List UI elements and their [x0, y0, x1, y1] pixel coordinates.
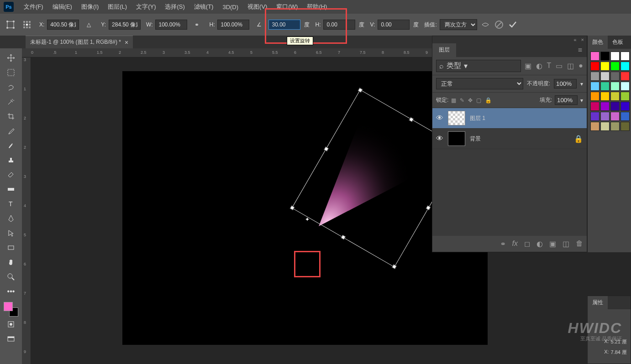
filter-type-icon[interactable]: T	[547, 62, 552, 70]
color-swatch[interactable]	[590, 112, 599, 121]
lock-position-icon[interactable]: ✥	[468, 97, 473, 104]
lock-artboard-icon[interactable]: ▢	[476, 97, 481, 104]
color-swatch[interactable]	[600, 62, 610, 71]
visibility-toggle-icon[interactable]: 👁	[436, 114, 443, 122]
layer-thumbnail[interactable]	[448, 111, 465, 125]
screen-mode-tool[interactable]	[4, 332, 18, 346]
angle-input[interactable]	[268, 20, 300, 30]
x-input[interactable]	[47, 20, 79, 30]
color-swatch[interactable]	[610, 122, 620, 131]
chevron-down-icon[interactable]: ▾	[580, 81, 583, 87]
link-icon[interactable]: ⚭	[190, 18, 204, 31]
reference-point-icon[interactable]	[20, 18, 34, 31]
pen-tool[interactable]	[4, 212, 18, 225]
menu-layer[interactable]: 图层(L)	[103, 3, 131, 11]
adjustment-layer-icon[interactable]: ◐	[536, 239, 543, 248]
menu-select[interactable]: 选择(S)	[160, 3, 189, 11]
layer-name-label[interactable]: 图层 1	[470, 114, 583, 122]
color-swatch[interactable]	[590, 82, 599, 91]
visibility-toggle-icon[interactable]: 👁	[436, 135, 443, 143]
color-swatch[interactable]	[610, 92, 620, 101]
color-swatch[interactable]	[590, 72, 599, 81]
interpolation-select[interactable]: 两次立方	[440, 19, 477, 30]
color-swatch[interactable]	[620, 112, 630, 121]
menu-type[interactable]: 文字(Y)	[131, 3, 160, 11]
wand-tool[interactable]	[4, 95, 18, 109]
hand-tool[interactable]	[4, 255, 18, 269]
layer-name-label[interactable]: 背景	[470, 135, 569, 143]
color-swatch[interactable]	[620, 122, 630, 131]
color-swatches[interactable]	[4, 302, 18, 317]
layer-group-icon[interactable]: ▣	[549, 239, 556, 248]
y-input[interactable]	[109, 20, 141, 30]
path-select-tool[interactable]	[4, 226, 18, 240]
brush-tool[interactable]	[4, 139, 18, 152]
quick-mask-tool[interactable]	[4, 317, 18, 331]
crop-tool[interactable]	[4, 109, 18, 123]
vertical-ruler[interactable]: 31223456789	[22, 57, 31, 364]
colors-tab-swatches[interactable]: 色板	[608, 36, 628, 49]
layer-filter-select[interactable]: ⌕ 类型 ▾	[436, 60, 521, 72]
fg-color-swatch[interactable]	[4, 302, 13, 311]
layer-fx-icon[interactable]: fx	[512, 239, 518, 248]
panel-collapse-icon[interactable]: «	[573, 37, 576, 42]
color-swatch[interactable]	[600, 102, 610, 111]
rectangle-tool[interactable]	[4, 241, 18, 255]
link-layers-icon[interactable]: ⚭	[500, 239, 506, 248]
eyedropper-tool[interactable]	[4, 124, 18, 138]
menu-filter[interactable]: 滤镜(T)	[189, 3, 218, 11]
w-input[interactable]	[155, 20, 187, 30]
color-swatch[interactable]	[610, 52, 620, 61]
delete-layer-icon[interactable]: 🗑	[576, 239, 583, 248]
color-swatch[interactable]	[590, 52, 599, 61]
stamp-tool[interactable]	[4, 153, 18, 167]
lock-paint-icon[interactable]: ✎	[460, 97, 464, 104]
menu-file[interactable]: 文件(F)	[19, 3, 48, 11]
lasso-tool[interactable]	[4, 80, 18, 94]
menu-3d[interactable]: 3D(D)	[218, 4, 243, 10]
color-swatch[interactable]	[600, 122, 610, 131]
blend-mode-select[interactable]: 正常	[436, 78, 523, 89]
warp-icon[interactable]	[480, 19, 491, 30]
layer-item[interactable]: 👁 图层 1	[432, 108, 587, 129]
filter-shape-icon[interactable]: ▭	[556, 62, 563, 70]
gradient-tool[interactable]	[4, 182, 18, 196]
delta-icon[interactable]: △	[82, 18, 95, 31]
filter-toggle-icon[interactable]: ●	[578, 62, 583, 70]
color-swatch[interactable]	[600, 92, 610, 101]
transform-pivot[interactable]: ✦	[304, 216, 310, 223]
color-swatch[interactable]	[590, 92, 599, 101]
layer-thumbnail[interactable]	[448, 131, 465, 146]
color-swatch[interactable]	[600, 112, 610, 121]
colors-tab-color[interactable]: 颜色	[588, 36, 608, 49]
color-swatch[interactable]	[620, 62, 630, 71]
color-swatch[interactable]	[620, 92, 630, 101]
color-swatch[interactable]	[590, 62, 599, 71]
color-swatch[interactable]	[600, 72, 610, 81]
cancel-icon[interactable]	[494, 19, 505, 30]
color-swatch[interactable]	[600, 52, 610, 61]
menu-image[interactable]: 图像(I)	[77, 3, 103, 11]
properties-tab[interactable]: 属性	[588, 296, 608, 309]
commit-icon[interactable]	[507, 19, 518, 30]
panel-close-icon[interactable]: ×	[581, 37, 584, 42]
color-swatch[interactable]	[610, 112, 620, 121]
h-skew-input[interactable]	[323, 20, 355, 30]
color-swatch[interactable]	[610, 72, 620, 81]
filter-smart-icon[interactable]: ◫	[567, 62, 574, 70]
new-layer-icon[interactable]: ◫	[563, 239, 569, 248]
document-tab[interactable]: 未标题-1 @ 100% (图层 1, RGB/8#) * ×	[26, 36, 133, 48]
type-tool[interactable]: T	[4, 197, 18, 211]
menu-edit[interactable]: 编辑(E)	[48, 3, 77, 11]
color-swatch[interactable]	[600, 82, 610, 91]
v-skew-input[interactable]	[378, 20, 410, 30]
lock-transparency-icon[interactable]: ▦	[451, 97, 456, 104]
marquee-tool[interactable]	[4, 66, 18, 79]
close-icon[interactable]: ×	[125, 39, 128, 46]
lock-all-icon[interactable]: 🔒	[485, 97, 492, 104]
h-input[interactable]	[217, 20, 249, 30]
color-swatch[interactable]	[610, 82, 620, 91]
layers-tab[interactable]: 图层	[432, 43, 456, 57]
filter-pixel-icon[interactable]: ▣	[525, 62, 531, 70]
more-tools[interactable]: •••	[4, 285, 18, 298]
